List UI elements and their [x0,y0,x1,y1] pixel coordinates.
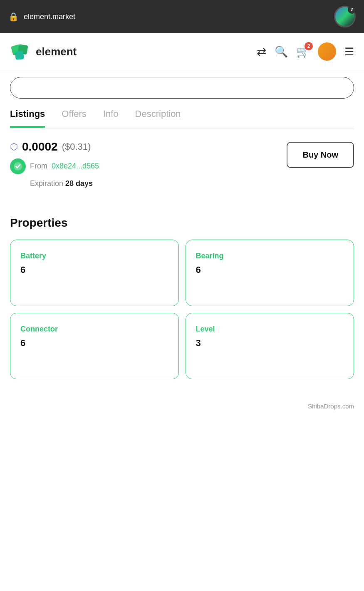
svg-rect-2 [15,51,24,60]
tab-listings[interactable]: Listings [10,109,45,128]
browser-bar: 🔒 element.market Z [0,0,364,33]
listing-left: ⬡ 0.0002 ($0.31) From 0x8e24...d565 Expi… [10,140,99,188]
expiration-value: 28 days [65,179,93,188]
property-value-level: 3 [196,338,344,349]
watermark: ShibaDrops.com [0,396,364,416]
seller-address[interactable]: 0x8e24...d565 [52,162,99,171]
avatar-letter: Z [348,5,356,14]
tab-offers[interactable]: Offers [62,109,87,128]
property-value-battery: 6 [20,265,168,275]
tabs-section: Listings Offers Info Description [0,109,364,129]
listing-row: ⬡ 0.0002 ($0.31) From 0x8e24...d565 Expi… [10,140,354,188]
property-label-connector: Connector [20,325,168,334]
swap-icon[interactable]: ⇄ [257,45,266,59]
browser-bar-left: 🔒 element.market [8,12,75,22]
nav-icons: ⇄ 🔍 🛒 2 ☰ [257,42,354,61]
logo-text: element [36,45,77,58]
url-text: element.market [24,12,75,21]
properties-title: Properties [10,216,354,230]
from-label: From [30,162,47,171]
price-row: ⬡ 0.0002 ($0.31) [10,140,99,153]
seller-row: From 0x8e24...d565 [10,158,99,174]
property-card-bearing: Bearing 6 [186,240,354,306]
property-card-connector: Connector 6 [10,313,179,379]
search-area [0,70,364,109]
expiration-row: Expiration 28 days [10,179,99,188]
buy-now-button[interactable]: Buy Now [287,142,354,168]
cart-badge: 2 [305,42,313,50]
tab-info[interactable]: Info [103,109,119,128]
menu-icon[interactable]: ☰ [344,45,354,58]
property-label-bearing: Bearing [196,252,344,260]
seller-icon [10,158,26,174]
property-label-level: Level [196,325,344,334]
lock-icon: 🔒 [8,12,19,22]
header: element ⇄ 🔍 🛒 2 ☰ [0,33,364,70]
cart-icon[interactable]: 🛒 2 [296,45,310,58]
logo-icon [10,41,32,62]
search-icon[interactable]: 🔍 [275,45,288,58]
search-bar[interactable] [10,77,354,99]
price-eth: 0.0002 [22,140,58,153]
properties-grid: Battery 6 Bearing 6 Connector 6 Level 3 [10,240,354,379]
listing-section: ⬡ 0.0002 ($0.31) From 0x8e24...d565 Expi… [0,129,364,200]
tabs-row: Listings Offers Info Description [10,109,354,128]
watermark-text: ShibaDrops.com [308,403,354,410]
property-label-battery: Battery [20,252,168,260]
property-card-level: Level 3 [186,313,354,379]
tab-description[interactable]: Description [135,109,181,128]
user-avatar[interactable] [318,42,336,61]
browser-avatar[interactable]: Z [334,6,356,27]
eth-icon: ⬡ [10,141,18,152]
seller-badge-icon [13,162,22,171]
logo-area[interactable]: element [10,41,77,62]
price-usd: ($0.31) [62,141,91,152]
properties-section: Properties Battery 6 Bearing 6 Connector… [0,200,364,396]
property-value-connector: 6 [20,338,168,349]
expiration-label: Expiration [30,179,63,188]
property-value-bearing: 6 [196,265,344,275]
property-card-battery: Battery 6 [10,240,179,306]
